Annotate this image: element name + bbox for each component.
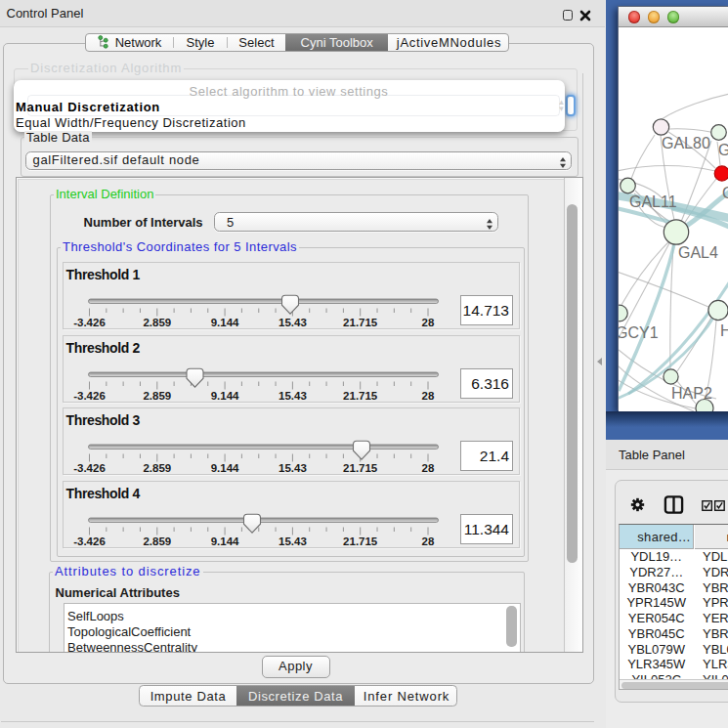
svg-text:9.144: 9.144 bbox=[210, 462, 238, 474]
svg-text:28: 28 bbox=[421, 462, 434, 474]
svg-text:21.715: 21.715 bbox=[343, 316, 378, 327]
svg-text:15.43: 15.43 bbox=[278, 462, 307, 474]
svg-text:Threshold 3: Threshold 3 bbox=[65, 412, 140, 428]
svg-text:15.43: 15.43 bbox=[278, 389, 307, 401]
svg-text:-3.426: -3.426 bbox=[73, 535, 106, 547]
svg-text:GAL11: GAL11 bbox=[629, 193, 677, 210]
svg-text:21.715: 21.715 bbox=[343, 389, 378, 401]
svg-text:GAL80: GAL80 bbox=[662, 135, 710, 151]
svg-text:2.859: 2.859 bbox=[143, 389, 171, 401]
svg-text:-3.426: -3.426 bbox=[73, 316, 106, 327]
svg-text:28: 28 bbox=[421, 535, 434, 547]
svg-text:2.859: 2.859 bbox=[143, 316, 171, 327]
svg-text:15.43: 15.43 bbox=[278, 316, 307, 327]
svg-text:2.859: 2.859 bbox=[143, 535, 171, 547]
svg-text:9.144: 9.144 bbox=[210, 316, 238, 327]
svg-text:GAL1: GAL1 bbox=[718, 142, 728, 158]
svg-text:HAP2: HAP2 bbox=[671, 385, 712, 402]
svg-text:21.715: 21.715 bbox=[343, 535, 378, 547]
svg-text:Threshold 4: Threshold 4 bbox=[65, 486, 140, 501]
svg-text:GCY1: GCY1 bbox=[619, 324, 659, 341]
svg-text:-3.426: -3.426 bbox=[73, 389, 106, 401]
svg-text:Threshold 2: Threshold 2 bbox=[65, 339, 140, 355]
svg-text:-3.426: -3.426 bbox=[73, 462, 106, 474]
svg-text:21.715: 21.715 bbox=[343, 462, 378, 474]
svg-text:Threshold 1: Threshold 1 bbox=[65, 266, 140, 281]
svg-text:2.859: 2.859 bbox=[143, 462, 171, 474]
svg-text:HIS4: HIS4 bbox=[720, 322, 728, 339]
svg-text:GAL4: GAL4 bbox=[678, 244, 718, 261]
svg-text:15.43: 15.43 bbox=[278, 535, 307, 547]
svg-text:9.144: 9.144 bbox=[210, 535, 238, 547]
svg-text:CYC1: CYC1 bbox=[722, 185, 728, 201]
svg-text:28: 28 bbox=[421, 316, 434, 327]
svg-text:28: 28 bbox=[421, 389, 434, 401]
svg-text:9.144: 9.144 bbox=[210, 389, 238, 401]
